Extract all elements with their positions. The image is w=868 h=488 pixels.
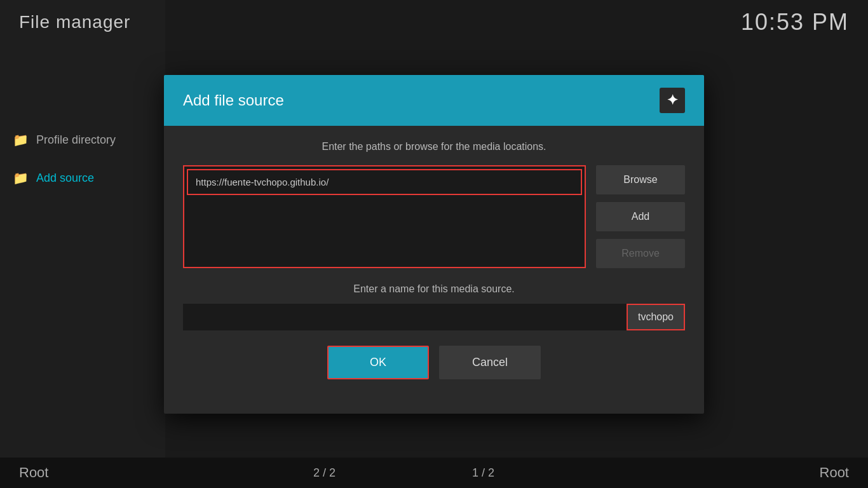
name-input-container: tvchopo xyxy=(183,304,685,330)
dialog-overlay: Add file source ✦ Enter the paths or bro… xyxy=(0,0,868,488)
kodi-symbol: ✦ xyxy=(667,92,678,109)
name-section: Enter a name for this media source. tvch… xyxy=(183,283,685,330)
browse-button[interactable]: Browse xyxy=(596,165,685,194)
dialog-footer: OK Cancel xyxy=(183,346,685,398)
paths-section: https://fuente-tvchopo.github.io/ Browse… xyxy=(183,165,685,268)
name-left-empty xyxy=(183,309,627,325)
name-subtitle: Enter a name for this media source. xyxy=(183,283,685,295)
name-value[interactable]: tvchopo xyxy=(627,304,685,330)
kodi-logo: ✦ xyxy=(660,88,685,113)
paths-list: https://fuente-tvchopo.github.io/ xyxy=(183,165,586,268)
dialog-subtitle: Enter the paths or browse for the media … xyxy=(183,141,685,152)
dialog-body: Enter the paths or browse for the media … xyxy=(164,126,704,414)
remove-button[interactable]: Remove xyxy=(596,239,685,268)
add-button[interactable]: Add xyxy=(596,202,685,231)
ok-button[interactable]: OK xyxy=(327,346,429,379)
cancel-button[interactable]: Cancel xyxy=(439,346,541,379)
path-item[interactable]: https://fuente-tvchopo.github.io/ xyxy=(187,169,582,195)
add-file-source-dialog: Add file source ✦ Enter the paths or bro… xyxy=(164,75,704,414)
paths-buttons: Browse Add Remove xyxy=(596,165,685,268)
dialog-header: Add file source ✦ xyxy=(164,75,704,126)
dialog-title: Add file source xyxy=(183,92,284,109)
